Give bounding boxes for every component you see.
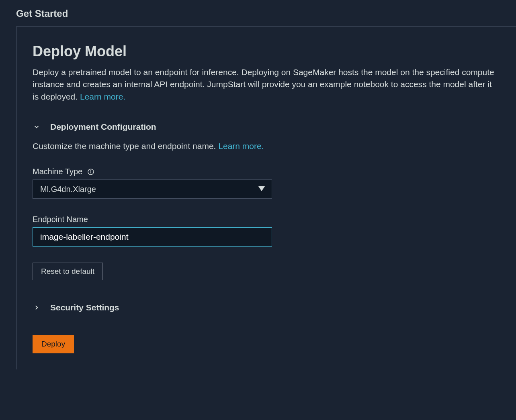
- deployment-config-learn-more-link[interactable]: Learn more.: [218, 141, 264, 151]
- info-icon[interactable]: [87, 168, 94, 175]
- endpoint-name-input[interactable]: [33, 227, 272, 247]
- main-panel: Deploy Model Deploy a pretrained model t…: [16, 27, 516, 369]
- deploy-button[interactable]: Deploy: [33, 335, 74, 353]
- reset-to-default-button[interactable]: Reset to default: [33, 263, 103, 280]
- deployment-config-description: Customize the machine type and endpoint …: [33, 141, 500, 151]
- machine-type-label-text: Machine Type: [33, 167, 82, 176]
- machine-type-select[interactable]: Ml.G4dn.Xlarge: [33, 179, 272, 199]
- deployment-config-description-text: Customize the machine type and endpoint …: [33, 141, 218, 151]
- breadcrumb: Get Started: [16, 8, 516, 19]
- chevron-right-icon: [33, 304, 41, 312]
- endpoint-name-label: Endpoint Name: [33, 215, 500, 224]
- endpoint-name-label-text: Endpoint Name: [33, 215, 88, 224]
- learn-more-link[interactable]: Learn more.: [80, 92, 125, 101]
- deployment-config-title: Deployment Configuration: [50, 122, 156, 132]
- deployment-config-header[interactable]: Deployment Configuration: [33, 122, 500, 132]
- page-title: Deploy Model: [33, 43, 500, 60]
- svg-rect-2: [90, 171, 91, 173]
- machine-type-label: Machine Type: [33, 167, 500, 176]
- chevron-down-icon: [33, 123, 41, 131]
- svg-point-1: [90, 170, 91, 171]
- security-settings-header[interactable]: Security Settings: [33, 303, 500, 312]
- page-description: Deploy a pretrained model to an endpoint…: [33, 66, 500, 103]
- security-settings-title: Security Settings: [50, 303, 119, 312]
